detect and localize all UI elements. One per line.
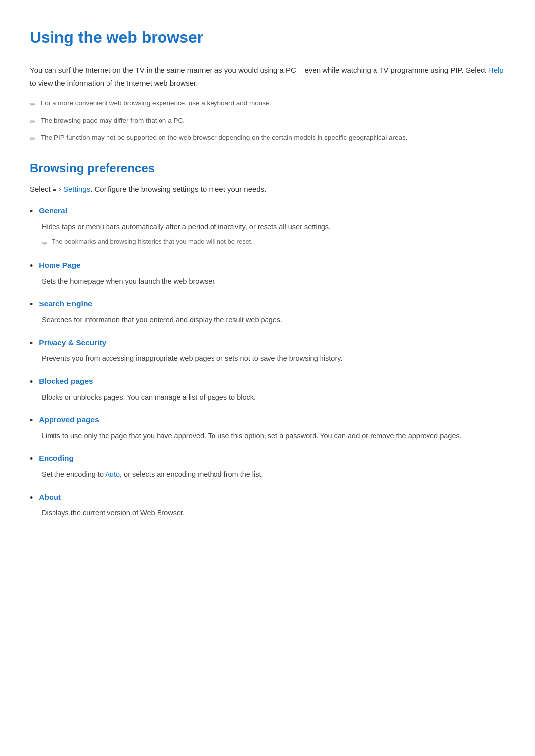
bullet-row-about: • About bbox=[30, 491, 505, 505]
list-item-about: • About Displays the current version of … bbox=[30, 491, 505, 519]
bullet-dot-about: • bbox=[30, 491, 33, 505]
pencil-icon-general: ✏ bbox=[42, 238, 48, 249]
search-engine-label[interactable]: Search Engine bbox=[39, 298, 92, 310]
intro-text-before: You can surf the Internet on the TV in t… bbox=[30, 66, 488, 74]
bullet-dot-blocked: • bbox=[30, 375, 33, 389]
list-item-encoding: • Encoding Set the encoding to Auto, or … bbox=[30, 453, 505, 480]
note-item-1: ✏ For a more convenient web browsing exp… bbox=[30, 98, 505, 110]
help-link[interactable]: Help bbox=[488, 66, 504, 74]
list-item-privacy: • Privacy & Security Prevents you from a… bbox=[30, 337, 505, 364]
approved-pages-description: Limits to use only the page that you hav… bbox=[42, 430, 505, 442]
bullet-row-privacy: • Privacy & Security bbox=[30, 337, 505, 351]
general-description: Hides taps or menu bars automatically af… bbox=[42, 221, 505, 233]
bullet-dot-search-engine: • bbox=[30, 298, 33, 312]
intro-paragraph: You can surf the Internet on the TV in t… bbox=[30, 64, 505, 89]
homepage-label[interactable]: Home Page bbox=[39, 259, 80, 272]
list-item-search-engine: • Search Engine Searches for information… bbox=[30, 298, 505, 326]
approved-pages-label[interactable]: Approved pages bbox=[39, 414, 99, 426]
bullet-row-search-engine: • Search Engine bbox=[30, 298, 505, 312]
general-sub-note: ✏ The bookmarks and browsing histories t… bbox=[42, 237, 505, 249]
intro-text-after: to view the information of the Internet … bbox=[30, 79, 198, 87]
general-sub-note-text: The bookmarks and browsing histories tha… bbox=[52, 237, 253, 247]
note-text-3: The PIP function may not be supported on… bbox=[41, 132, 407, 143]
notes-list: ✏ For a more convenient web browsing exp… bbox=[30, 98, 505, 144]
list-item-homepage: • Home Page Sets the homepage when you l… bbox=[30, 259, 505, 287]
note-text-2: The browsing page may differ from that o… bbox=[41, 115, 185, 126]
menu-icon: ≡ bbox=[53, 185, 59, 193]
pencil-icon-3: ✏ bbox=[30, 133, 36, 144]
bullet-dot-privacy: • bbox=[30, 336, 33, 351]
select-settings-line: Select ≡ › Settings. Configure the brows… bbox=[30, 183, 505, 195]
search-engine-description: Searches for information that you entere… bbox=[42, 314, 505, 326]
arrow-icon: › bbox=[59, 185, 61, 193]
select-text-pre: Select bbox=[30, 185, 51, 193]
bullet-row-blocked: • Blocked pages bbox=[30, 375, 505, 389]
bullet-row-encoding: • Encoding bbox=[30, 453, 505, 466]
note-item-3: ✏ The PIP function may not be supported … bbox=[30, 132, 505, 144]
page-title: Using the web browser bbox=[30, 25, 505, 50]
settings-link[interactable]: Settings bbox=[63, 185, 90, 193]
encoding-label[interactable]: Encoding bbox=[39, 453, 74, 465]
encoding-desc-post: , or selects an encoding method from the… bbox=[120, 470, 263, 478]
pencil-icon-2: ✏ bbox=[30, 116, 36, 127]
list-item-blocked-pages: • Blocked pages Blocks or unblocks pages… bbox=[30, 375, 505, 403]
privacy-description: Prevents you from accessing inappropriat… bbox=[42, 353, 505, 364]
section-title-browsing: Browsing preferences bbox=[30, 159, 505, 178]
bullet-dot-approved: • bbox=[30, 413, 33, 428]
note-item-2: ✏ The browsing page may differ from that… bbox=[30, 115, 505, 127]
encoding-description: Set the encoding to Auto, or selects an … bbox=[42, 469, 505, 480]
bullet-row-homepage: • Home Page bbox=[30, 259, 505, 273]
browsing-items-list: • General Hides taps or menu bars automa… bbox=[30, 205, 505, 519]
list-item-general: • General Hides taps or menu bars automa… bbox=[30, 205, 505, 249]
list-item-approved-pages: • Approved pages Limits to use only the … bbox=[30, 414, 505, 442]
homepage-description: Sets the homepage when you launch the we… bbox=[42, 276, 505, 287]
about-label[interactable]: About bbox=[39, 491, 61, 504]
about-description: Displays the current version of Web Brow… bbox=[42, 507, 505, 519]
note-text-1: For a more convenient web browsing exper… bbox=[41, 98, 271, 109]
pencil-icon-1: ✏ bbox=[30, 99, 36, 110]
bullet-row-general: • General bbox=[30, 205, 505, 219]
blocked-pages-label[interactable]: Blocked pages bbox=[39, 375, 93, 388]
general-label[interactable]: General bbox=[39, 205, 67, 217]
encoding-desc-pre: Set the encoding to bbox=[42, 470, 105, 478]
bullet-dot-homepage: • bbox=[30, 259, 33, 273]
bullet-row-approved: • Approved pages bbox=[30, 414, 505, 428]
privacy-label[interactable]: Privacy & Security bbox=[39, 337, 106, 349]
select-text-post: . Configure the browsing settings to mee… bbox=[90, 185, 266, 193]
blocked-pages-description: Blocks or unblocks pages. You can manage… bbox=[42, 392, 505, 403]
bullet-dot-encoding: • bbox=[30, 452, 33, 466]
bullet-dot-general: • bbox=[30, 204, 33, 219]
auto-link[interactable]: Auto bbox=[105, 470, 120, 478]
